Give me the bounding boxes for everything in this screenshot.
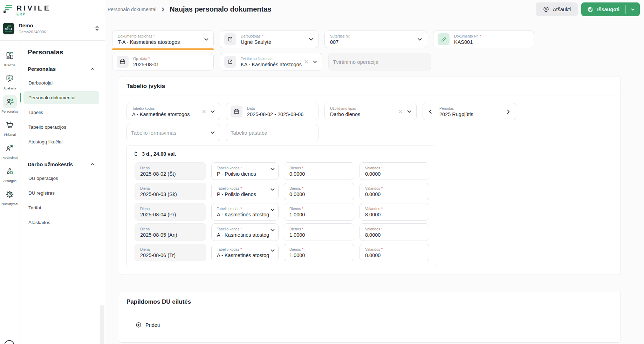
add-row-button[interactable]: Pridėti xyxy=(135,322,160,328)
tvirtinimo-operacija-input[interactable]: Tvirtinimo operacija xyxy=(328,53,431,70)
chevron-down-icon[interactable] xyxy=(204,36,209,42)
sidebar-item-du-registras[interactable]: DU registras xyxy=(23,187,99,200)
topbar: Personalo dokumentai Naujas personalo do… xyxy=(105,0,644,18)
sidebar-item-personalo-dokumentai[interactable]: Personalo dokumentai xyxy=(23,91,99,104)
valandos-input[interactable]: Valandos * 8.0000 xyxy=(359,244,429,261)
chevron-down-icon[interactable] xyxy=(270,166,275,172)
tabelio-kodas-row-select[interactable]: Tabelio kodas * A - Kasmetinės atostogos xyxy=(211,223,279,241)
table-row: Diena 2025-08-05 (An) Tabelio kodas * A … xyxy=(135,223,430,241)
icon-rail: Pradžia Apskaita xyxy=(0,41,20,344)
rail-item-pardavimai[interactable]: Pardavimai xyxy=(0,139,20,162)
section-menu: Personalas Personalas Darbuotojai Person… xyxy=(20,41,105,344)
tabelio-pastaba-input[interactable]: Tabelio pastaba xyxy=(226,124,318,141)
menu-divider xyxy=(24,154,98,154)
rail-item-nustatymai[interactable]: Nustatymai xyxy=(0,185,20,208)
clear-x-icon[interactable] xyxy=(304,59,309,64)
sutarties-nr-select[interactable]: Sutarties Nr. 007 xyxy=(324,31,427,48)
sidebar-item-tarifai[interactable]: Tarifai xyxy=(23,201,99,214)
sidebar-item-tabelis[interactable]: Tabelis xyxy=(23,106,99,119)
op-data-datepicker[interactable]: Op. data * 2025-08-01 xyxy=(112,53,214,70)
rail-item-atsargos[interactable]: Atsargos xyxy=(0,162,20,185)
diena-field: Diena 2025-08-05 (An) xyxy=(135,223,206,241)
valandos-input[interactable]: Valandos * 8.0000 xyxy=(359,223,429,241)
valandos-input[interactable]: Valandos * 0.0000 xyxy=(359,162,429,180)
brand-logo[interactable]: RIVILE ERP xyxy=(16,4,51,16)
chevron-down-icon[interactable] xyxy=(210,109,215,114)
rail-item-personalas[interactable]: Personalas xyxy=(0,93,20,116)
company-code: Demo20240906 xyxy=(19,30,46,35)
cancel-button[interactable]: Atšaukti xyxy=(536,2,578,16)
plus-circle-icon xyxy=(135,322,142,328)
gear-icon xyxy=(3,188,17,201)
sidebar-item-darbuotojai[interactable]: Darbuotojai xyxy=(23,76,99,89)
unfold-chevrons-icon[interactable] xyxy=(94,25,100,32)
rail-item-apskaita[interactable]: Apskaita xyxy=(0,69,20,93)
dienos-input[interactable]: Dienos * 0.0000 xyxy=(284,183,354,200)
company-selector[interactable]: RIVILE ERP demo Demo Demo20240906 xyxy=(0,18,105,41)
dienos-input[interactable]: Dienos * 1.0000 xyxy=(284,203,354,221)
valandos-input[interactable]: Valandos * 0.0000 xyxy=(359,183,429,200)
hamburger-menu-icon[interactable] xyxy=(3,4,13,14)
tabelio-kodas-row-select[interactable]: Tabelio kodas * P - Poilsio dienos xyxy=(211,183,279,200)
menu-title: Personalas xyxy=(28,48,99,56)
sidebar-item-ataskaitos[interactable]: Ataskaitos xyxy=(23,216,99,229)
brand-sub: ERP xyxy=(16,13,51,16)
dokumento-nr-input[interactable]: Dokumento Nr. * KAS001 xyxy=(433,31,534,48)
diena-field: Diena 2025-08-06 (Tr) xyxy=(135,244,206,261)
uzpildymo-tipas-select[interactable]: Užpildymo tipas Darbo dienos xyxy=(324,103,417,120)
darbuotojas-select[interactable]: Darbuotojas * Ugnė Saulytė xyxy=(220,31,318,48)
tabelio-formavimas-select[interactable]: Tabelio formavimas xyxy=(126,124,220,141)
chevron-down-icon[interactable] xyxy=(270,187,275,192)
breadcrumb-link[interactable]: Personalo dokumentai xyxy=(108,7,156,12)
papildomos-du-title: Papildomos DU eilutės xyxy=(119,292,621,311)
clear-x-icon[interactable] xyxy=(398,109,403,114)
dokumento-sablonas-select[interactable]: Dokumento šablonas * T-A - Kasmetinės at… xyxy=(112,31,214,48)
save-floppy-icon xyxy=(587,6,594,13)
dienos-input[interactable]: Dienos * 1.0000 xyxy=(284,223,354,241)
save-button[interactable]: Išsaugoti xyxy=(581,2,625,16)
papildomos-du-card: Papildomos DU eilutės Pridėti xyxy=(119,292,621,343)
chevron-right-icon[interactable] xyxy=(504,108,512,116)
sidebar-item-du-operacijos[interactable]: DU operacijos xyxy=(23,172,99,185)
chevron-down-icon[interactable] xyxy=(270,207,275,213)
tvirtinimo-sablonas-select[interactable]: Tvirtinimo šablonas KA - Kasmetinės atos… xyxy=(220,53,322,70)
clear-x-icon[interactable] xyxy=(201,109,206,114)
sidebar: RIVILE ERP RIVILE ERP demo Demo Demo2024… xyxy=(0,0,105,344)
menu-group-darbo-uzmokestis[interactable]: Darbo užmokestis xyxy=(23,158,99,170)
day-rows-summary[interactable]: 3 d., 24.00 val. xyxy=(127,146,436,161)
tabelio-kodas-row-select[interactable]: Tabelio kodas * A - Kasmetinės atostogos xyxy=(211,203,279,221)
tabelio-kodas-select[interactable]: Tabelio kodas A - Kasmetinės atostogos xyxy=(126,103,220,120)
main-content: Personalo dokumentai Naujas personalo do… xyxy=(105,0,644,344)
dienos-input[interactable]: Dienos * 1.0000 xyxy=(284,244,354,261)
save-options-button[interactable] xyxy=(626,2,640,16)
breadcrumb: Personalo dokumentai Naujas personalo do… xyxy=(108,5,271,13)
tabelio-kodas-row-select[interactable]: Tabelio kodas * A - Kasmetinės atostogos xyxy=(211,244,279,261)
chevron-down-icon[interactable] xyxy=(210,130,215,135)
valandos-input[interactable]: Valandos * 8.0000 xyxy=(359,203,429,221)
chevron-down-icon[interactable] xyxy=(417,36,423,42)
data-range-datepicker[interactable]: Data 2025-08-02 - 2025-08-06 xyxy=(226,103,318,120)
brand-name: RIVILE xyxy=(16,4,51,12)
chevron-left-icon[interactable] xyxy=(426,108,434,116)
sidebar-scrollbar[interactable] xyxy=(100,305,104,344)
menu-group-personalas[interactable]: Personalas xyxy=(23,63,99,75)
chevron-up-icon xyxy=(90,66,95,71)
sidebar-item-tabelio-operacijos[interactable]: Tabelio operacijos xyxy=(23,121,99,134)
pencil-icon xyxy=(438,33,450,45)
day-rows: Diena 2025-08-02 (Št) Tabelio kodas * P … xyxy=(127,161,436,267)
chevron-down-icon[interactable] xyxy=(308,36,314,42)
home-grid-icon xyxy=(3,49,17,62)
dienos-input[interactable]: Dienos * 0.0000 xyxy=(284,162,354,180)
tabelio-kodas-row-select[interactable]: Tabelio kodas * P - Poilsio dienos xyxy=(211,162,279,180)
rail-item-pirkimai[interactable]: Pirkimai xyxy=(0,116,20,139)
chevron-down-icon[interactable] xyxy=(312,59,318,65)
chevron-down-icon[interactable] xyxy=(270,227,275,233)
header-actions: Atšaukti Išsaugoti xyxy=(536,2,640,16)
page-title: Naujas personalo dokumentas xyxy=(170,5,271,13)
chevron-down-icon[interactable] xyxy=(406,109,412,114)
sidebar-item-atostogu-likuciai[interactable]: Atostogų likučiai xyxy=(23,135,99,148)
external-link-icon[interactable] xyxy=(224,56,236,68)
rail-item-pradzia[interactable]: Pradžia xyxy=(0,46,20,69)
chevron-down-icon[interactable] xyxy=(270,248,275,253)
external-link-icon[interactable] xyxy=(224,33,236,45)
